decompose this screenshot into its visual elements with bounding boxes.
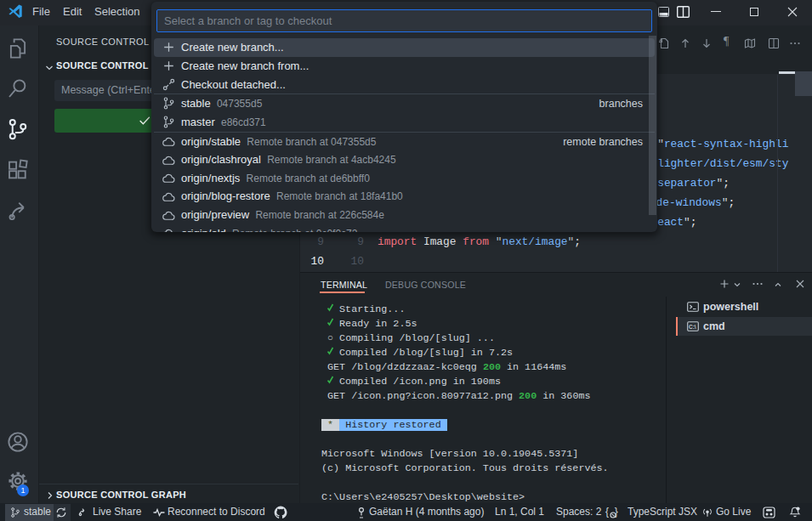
- svg-text:C:\: C:\: [689, 324, 696, 330]
